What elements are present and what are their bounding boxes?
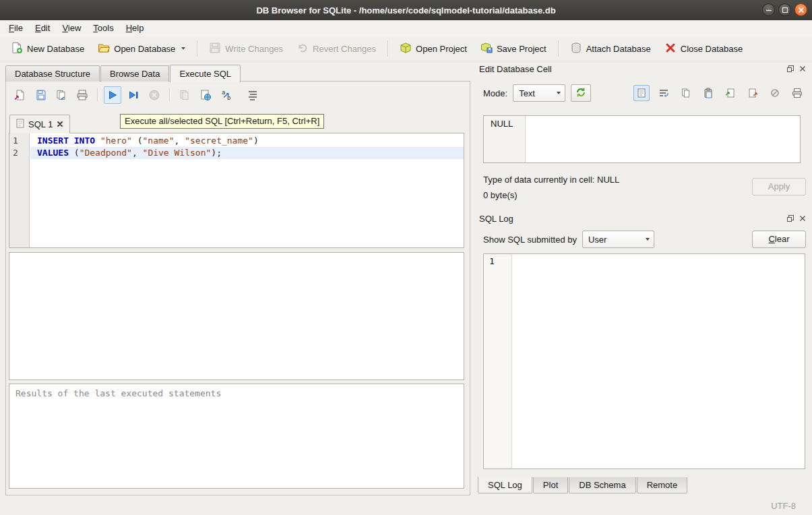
menu-tools[interactable]: Tools [87, 20, 119, 36]
format-sql-icon[interactable] [244, 86, 261, 104]
cell-editor-area[interactable] [526, 116, 800, 162]
print-cell-icon[interactable] [789, 85, 805, 101]
code-line-2-current: VALUES ("Deadpond", "Dive Wilson"); [30, 147, 464, 159]
duplicate-tab-icon [176, 86, 193, 104]
minimize-icon[interactable] [762, 3, 775, 16]
open-sql-file-icon[interactable] [11, 86, 28, 104]
edit-cell-icons [633, 85, 805, 101]
open-database-dropdown-icon[interactable] [181, 47, 185, 50]
maximize-icon[interactable] [778, 3, 791, 16]
write-changes-button: Write Changes [202, 38, 290, 59]
edit-cell-title: Edit Database Cell [479, 64, 552, 74]
close-database-label: Close Database [681, 44, 743, 54]
save-project-label: Save Project [497, 44, 546, 54]
cell-editor[interactable]: NULL [483, 115, 801, 163]
sql-editor-tab-label: SQL 1 [28, 119, 53, 129]
word-wrap-icon[interactable] [656, 85, 672, 101]
print-icon[interactable] [73, 86, 91, 104]
sql-editor-tab[interactable]: SQL 1 [9, 115, 70, 133]
clear-button[interactable]: Clear [752, 231, 806, 248]
toolbar-separator [169, 88, 170, 102]
sql-log-title: SQL Log [479, 214, 513, 224]
paste-icon[interactable] [700, 85, 716, 101]
open-project-label: Open Project [416, 44, 467, 54]
attach-database-button[interactable]: Attach Database [563, 38, 658, 59]
menu-view[interactable]: View [56, 20, 87, 36]
line-number: 1 [9, 135, 29, 147]
close-database-button[interactable]: Close Database [658, 38, 750, 59]
log-content-area [512, 254, 805, 468]
toolbar-separator [197, 40, 197, 57]
submitted-by-select[interactable]: User [582, 231, 654, 248]
log-line-number: 1 [484, 254, 512, 468]
mode-select-value: Text [519, 88, 535, 98]
toolbar-separator [97, 88, 98, 102]
open-database-button[interactable]: Open Database [91, 38, 192, 59]
code-line-1: INSERT INTO "hero" ("name", "secret_name… [30, 135, 464, 147]
apply-button: Apply [752, 178, 806, 195]
revert-changes-label: Revert Changes [313, 44, 376, 54]
open-project-icon [400, 42, 412, 56]
stop-icon [146, 86, 163, 104]
toolbar-separator [558, 40, 559, 57]
write-changes-label: Write Changes [225, 44, 283, 54]
mode-select[interactable]: Text [513, 84, 565, 102]
sql-editor[interactable]: 1 2 INSERT INTO "hero" ("name", "secret_… [9, 133, 464, 248]
attach-database-label: Attach Database [586, 44, 651, 54]
sql-log-header: SQL Log [479, 212, 807, 224]
open-database-label: Open Database [114, 44, 175, 54]
window-title: DB Browser for SQLite - /home/user/code/… [256, 5, 555, 16]
new-database-icon [11, 42, 23, 56]
cell-size-info: 0 byte(s) [483, 190, 518, 200]
menu-help[interactable]: Help [120, 20, 150, 36]
submitted-by-value: User [588, 235, 606, 245]
edit-cell-header: Edit Database Cell [479, 63, 807, 75]
tab-remote[interactable]: Remote [637, 477, 688, 493]
menu-edit[interactable]: Edit [29, 20, 56, 36]
import-icon[interactable] [722, 85, 739, 101]
revert-changes-button: Revert Changes [290, 38, 383, 59]
new-database-button[interactable]: New Database [4, 38, 91, 59]
close-tab-icon[interactable] [57, 119, 63, 129]
chevron-down-icon [646, 238, 650, 241]
copy-icon[interactable] [678, 85, 694, 101]
tab-execute-sql[interactable]: Execute SQL [170, 65, 241, 82]
execute-line-icon[interactable] [125, 86, 142, 104]
tab-sql-log[interactable]: SQL Log [478, 477, 532, 493]
close-panel-icon[interactable] [798, 214, 807, 223]
sql-file-icon [16, 119, 24, 130]
open-project-button[interactable]: Open Project [393, 38, 474, 59]
dock-tab-bar: SQL Log Plot DB Schema Remote [478, 477, 688, 495]
revert-changes-icon [296, 42, 309, 56]
main-toolbar: New Database Open Database Write Changes… [0, 36, 812, 61]
svg-text:a: a [222, 89, 225, 96]
find-replace-icon[interactable]: ab [218, 86, 235, 104]
chevron-down-icon [557, 92, 561, 94]
tab-plot[interactable]: Plot [533, 477, 568, 493]
tab-db-schema[interactable]: DB Schema [569, 477, 635, 493]
save-sql-file-icon[interactable] [32, 86, 49, 104]
find-icon[interactable] [197, 86, 214, 104]
close-database-icon [664, 42, 677, 56]
tab-database-structure[interactable]: Database Structure [5, 65, 100, 82]
export-icon[interactable] [745, 85, 761, 101]
results-message-area: Results of the last executed statements [9, 384, 464, 489]
results-grid[interactable] [9, 252, 464, 380]
code-area: INSERT INTO "hero" ("name", "secret_name… [30, 133, 464, 159]
set-null-icon[interactable] [767, 85, 783, 101]
window-controls [762, 3, 807, 16]
auto-detect-button[interactable] [571, 84, 591, 102]
close-icon[interactable] [794, 3, 807, 16]
edit-cell-mode-row: Mode: Text [483, 84, 805, 102]
save-project-button[interactable]: Save Project [474, 38, 553, 59]
sql-log-view: 1 [483, 253, 805, 469]
float-panel-icon[interactable] [786, 64, 795, 73]
menu-file[interactable]: File [3, 20, 29, 36]
float-panel-icon[interactable] [786, 214, 795, 223]
save-results-icon[interactable] [53, 86, 70, 104]
text-view-icon[interactable] [633, 85, 650, 101]
close-panel-icon[interactable] [798, 64, 807, 73]
results-placeholder: Results of the last executed statements [15, 388, 221, 398]
tab-browse-data[interactable]: Browse Data [100, 65, 169, 82]
execute-all-icon[interactable] [104, 86, 121, 104]
